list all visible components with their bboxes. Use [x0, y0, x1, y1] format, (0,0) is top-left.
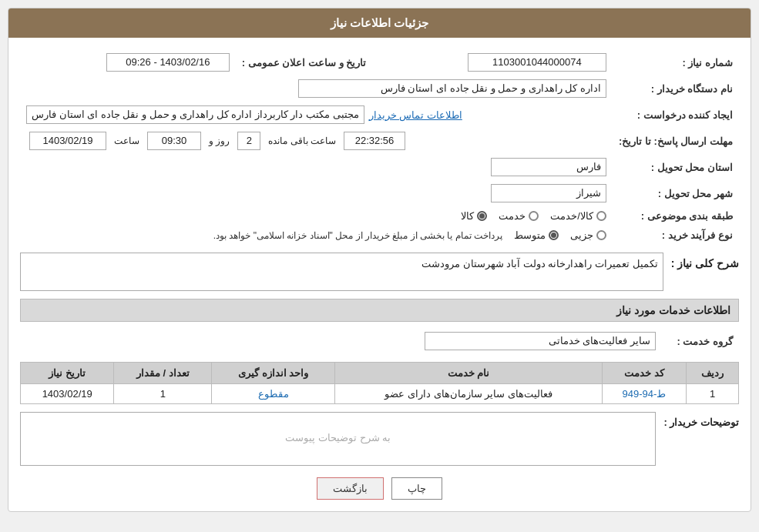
col-quantity: تعداد / مقدار — [114, 363, 212, 384]
services-section-title: اطلاعات خدمات مورد نیاز — [20, 299, 739, 322]
radio-kala-khadamat-label: کالا/خدمت — [550, 210, 593, 222]
page-title: جزئیات اطلاعات نیاز — [331, 16, 428, 29]
radio-jozi-icon — [596, 230, 606, 240]
announce-date-value: 1403/02/16 - 09:26 — [106, 53, 230, 72]
radio-kala-khadamat-icon — [596, 211, 606, 221]
category-option-kala-khadamat[interactable]: کالا/خدمت — [550, 210, 606, 222]
creator-label: ایجاد کننده درخواست : — [613, 102, 739, 128]
purchase-type-label: نوع فرآیند خرید : — [613, 226, 739, 245]
creator-value: مجتبی مکتب دار کاربرداز اداره کل راهداری… — [26, 105, 364, 124]
radio-khadamat-icon — [529, 211, 539, 221]
description-label: شرح کلی نیاز : — [671, 253, 739, 274]
radio-jozi-label: جزیی — [570, 229, 593, 241]
card-header: جزئیات اطلاعات نیاز — [8, 8, 751, 38]
category-label: طبقه بندی موضوعی : — [613, 206, 739, 226]
card-body: شماره نیاز : 1103001044000074 تاریخ و سا… — [8, 38, 751, 511]
page-wrapper: جزئیات اطلاعات نیاز شماره نیاز : 1103001… — [0, 0, 759, 520]
purchase-type-option-motevaset[interactable]: متوسط — [514, 229, 559, 241]
col-service-code: کد خدمت — [602, 363, 686, 384]
request-number-value: 1103001044000074 — [468, 53, 606, 72]
cell-date: 1403/02/19 — [21, 384, 114, 404]
cell-row-num: 1 — [687, 384, 739, 404]
buyer-desc-placeholder[interactable]: به شرح توضیحات پیوست — [20, 412, 656, 466]
reply-remaining-label: ساعت باقی مانده — [268, 136, 336, 146]
radio-kala-label: کالا — [461, 210, 474, 222]
reply-days: 2 — [237, 132, 260, 150]
reply-days-label: روز و — [209, 136, 230, 146]
col-row-num: ردیف — [687, 363, 739, 384]
category-radio-group: کالا/خدمت خدمت کالا — [26, 210, 606, 222]
city-label: شهر محل تحویل : — [613, 180, 739, 206]
service-group-value: سایر فعالیت‌های خدماتی — [425, 332, 656, 350]
radio-motevaset-icon — [549, 230, 559, 240]
service-group-label: گروه خدمت : — [662, 328, 739, 354]
contact-link[interactable]: اطلاعات تماس خریدار — [369, 109, 462, 121]
buttons-row: چاپ بازگشت — [20, 477, 739, 500]
cell-unit: مقطوع — [212, 384, 335, 404]
cell-service-code: ط-94-949 — [602, 384, 686, 404]
category-option-khadamat[interactable]: خدمت — [499, 210, 539, 222]
province-label: استان محل تحویل : — [613, 154, 739, 180]
service-group-table: گروه خدمت : سایر فعالیت‌های خدماتی — [20, 328, 739, 354]
col-service-name: نام خدمت — [335, 363, 603, 384]
back-button[interactable]: بازگشت — [317, 477, 384, 500]
province-value: فارس — [491, 158, 606, 176]
reply-deadline-label: مهلت ارسال پاسخ: تا تاریخ: — [613, 128, 739, 154]
buyer-org-value: اداره کل راهداری و حمل و نقل جاده ای است… — [298, 79, 606, 98]
table-row: 1 ط-94-949 فعالیت‌های سایر سازمان‌های دا… — [21, 384, 739, 404]
reply-remaining: 22:32:56 — [344, 132, 405, 150]
reply-time: 09:30 — [147, 132, 201, 150]
buyer-org-label: نام دستگاه خریدار : — [613, 75, 739, 102]
col-date: تاریخ نیاز — [21, 363, 114, 384]
purchase-note: پرداخت تمام یا بخشی از مبلغ خریدار از مح… — [213, 230, 502, 241]
category-option-kala[interactable]: کالا — [461, 210, 487, 222]
radio-motevaset-label: متوسط — [514, 229, 546, 241]
cell-quantity: 1 — [114, 384, 212, 404]
cell-service-name: فعالیت‌های سایر سازمان‌های دارای عضو — [335, 384, 603, 404]
buyer-desc-label: توضیحات خریدار : — [663, 412, 739, 428]
radio-kala-icon — [477, 211, 487, 221]
col-unit: واحد اندازه گیری — [212, 363, 335, 384]
print-button[interactable]: چاپ — [391, 477, 442, 500]
reply-date: 1403/02/19 — [29, 132, 106, 150]
request-number-label: شماره نیاز : — [613, 49, 739, 75]
city-value: شیراز — [491, 184, 606, 202]
info-section: شماره نیاز : 1103001044000074 تاریخ و سا… — [20, 49, 739, 245]
radio-khadamat-label: خدمت — [499, 210, 526, 222]
announce-date-label: تاریخ و ساعت اعلان عمومی : — [236, 49, 372, 75]
services-table: ردیف کد خدمت نام خدمت واحد اندازه گیری ت… — [20, 362, 739, 404]
description-value: تکمیل تعمیرات راهدارخانه دولت آباد شهرست… — [20, 253, 663, 291]
reply-time-label: ساعت — [114, 136, 139, 146]
purchase-type-radio-group: جزیی متوسط — [514, 229, 606, 241]
purchase-type-option-jozi[interactable]: جزیی — [570, 229, 606, 241]
main-card: جزئیات اطلاعات نیاز شماره نیاز : 1103001… — [8, 8, 751, 512]
